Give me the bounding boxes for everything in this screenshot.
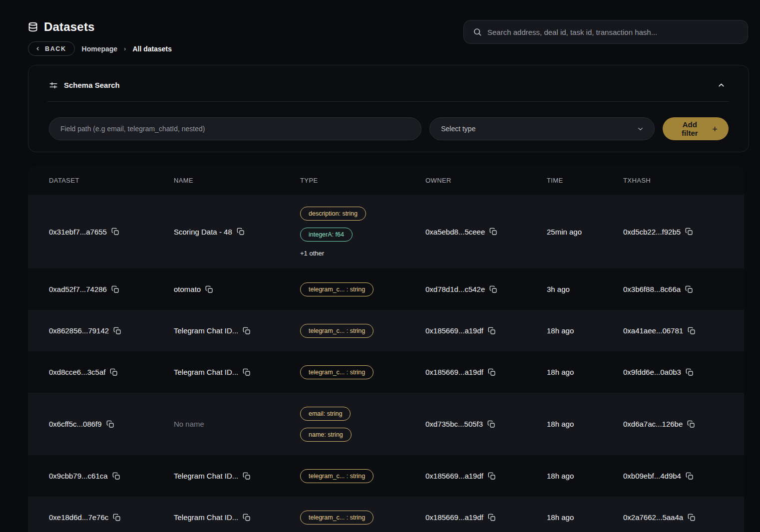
copy-icon[interactable] [243,368,251,376]
breadcrumb: Homepage › All datasets [82,45,172,53]
copy-icon[interactable] [111,228,119,236]
plus-icon: + [712,124,718,134]
copy-icon[interactable] [112,472,120,480]
time-ago: 18h ago [547,472,574,480]
search-input[interactable] [487,28,739,36]
copy-icon[interactable] [488,327,496,335]
tx-hash: 0xd5cb22...f92b5 [623,228,681,236]
time-ago: 18h ago [547,420,574,428]
copy-icon[interactable] [111,285,119,293]
page-title: Datasets [44,20,95,34]
time-ago: 18h ago [547,368,574,376]
dataset-id: 0x862856...79142 [49,326,109,335]
copy-icon[interactable] [106,420,114,428]
dataset-name: Telegram Chat ID... [174,326,238,335]
breadcrumb-separator-icon: › [124,45,126,52]
dataset-id: 0x31ebf7...a7655 [49,228,107,236]
schema-panel-header: Schema Search [28,65,749,91]
global-search[interactable] [463,20,748,44]
copy-icon[interactable] [685,285,693,293]
back-button[interactable]: BACK [28,41,75,56]
copy-icon[interactable] [110,368,118,376]
copy-icon[interactable] [688,327,696,335]
owner-address: 0xd735bc...505f3 [425,420,483,428]
tx-hash: 0xa41aee...06781 [623,326,683,335]
type-badge: description: string [300,207,366,221]
type-badge: telegram_c... : string [300,324,374,338]
dataset-id: 0xe18d6d...7e76c [49,513,108,522]
owner-address: 0x185669...a19df [425,472,483,480]
copy-icon[interactable] [686,472,694,480]
more-types-label: +1 other [300,250,324,257]
tx-hash: 0x3b6f88...8c66a [623,285,681,293]
table-header: DATASET NAME TYPE OWNER TIME TXHASH [28,166,744,195]
type-badge: telegram_c... : string [300,469,374,483]
copy-icon[interactable] [205,285,213,293]
type-badge: telegram_c... : string [300,365,374,379]
breadcrumb-homepage[interactable]: Homepage [82,45,118,53]
time-ago: 25min ago [547,228,582,236]
chevron-up-icon [717,81,726,89]
copy-icon[interactable] [243,472,251,480]
table-row[interactable]: 0x9cbb79...c61ca Telegram Chat ID... tel… [28,455,744,497]
dataset-id: 0xd8cce6...3c5af [49,368,105,376]
copy-icon[interactable] [687,420,695,428]
copy-icon[interactable] [688,514,696,522]
dataset-name: Telegram Chat ID... [174,368,238,376]
col-txhash: TXHASH [623,177,744,184]
copy-icon[interactable] [243,327,251,335]
chevron-down-icon [637,125,644,133]
back-label: BACK [45,45,66,52]
type-select-value: Select type [441,125,475,133]
owner-address: 0x185669...a19df [425,368,483,376]
table-row[interactable]: 0x862856...79142 Telegram Chat ID... tel… [28,310,744,351]
chevron-left-icon [35,46,40,51]
copy-icon[interactable] [489,228,497,236]
copy-icon[interactable] [488,368,496,376]
copy-icon[interactable] [113,514,121,522]
tx-hash: 0xb09ebf...4d9b4 [623,472,681,480]
time-ago: 18h ago [547,513,574,522]
owner-address: 0x185669...a19df [425,326,483,335]
dataset-name: Scoring Data - 48 [174,228,232,236]
type-badge: integerA: f64 [300,228,353,242]
copy-icon[interactable] [237,228,245,236]
table-row[interactable]: 0xe18d6d...7e76c Telegram Chat ID... tel… [28,497,744,532]
time-ago: 18h ago [547,326,574,335]
copy-icon[interactable] [487,420,495,428]
top-bar: Datasets BACK Homepage › All datasets [0,0,760,56]
dataset-name: Telegram Chat ID... [174,513,238,522]
type-select[interactable]: Select type [429,117,655,140]
table-row[interactable]: 0x6cff5c...086f9 No name email: string n… [28,393,744,455]
table-row[interactable]: 0x31ebf7...a7655 Scoring Data - 48 descr… [28,195,744,268]
table-row[interactable]: 0xd8cce6...3c5af Telegram Chat ID... tel… [28,351,744,393]
time-ago: 3h ago [547,285,570,293]
copy-icon[interactable] [489,285,497,293]
owner-address: 0x185669...a19df [425,513,483,522]
filters-row: Select type Add filter + [28,102,749,140]
collapse-panel-button[interactable] [715,79,728,91]
table-row[interactable]: 0xad52f7...74286 otomato telegram_c... :… [28,268,744,310]
title-block: Datasets BACK Homepage › All datasets [28,20,172,56]
owner-address: 0xa5ebd8...5ceee [425,228,485,236]
add-filter-label: Add filter [674,120,706,137]
copy-icon[interactable] [488,514,496,522]
schema-search-panel: Schema Search Select type Add filter + [28,65,749,152]
tx-hash: 0x9fdd6e...0a0b3 [623,368,681,376]
nav-row: BACK Homepage › All datasets [28,41,172,56]
copy-icon[interactable] [685,228,693,236]
copy-icon[interactable] [243,514,251,522]
dataset-name: otomato [174,285,201,293]
tx-hash: 0x2a7662...5aa4a [623,513,683,522]
add-filter-button[interactable]: Add filter + [663,117,729,140]
dataset-id: 0x9cbb79...c61ca [49,472,108,480]
copy-icon[interactable] [113,327,121,335]
type-badge: name: string [300,428,352,442]
col-time: TIME [547,177,623,184]
copy-icon[interactable] [686,368,694,376]
copy-icon[interactable] [488,472,496,480]
type-badge: telegram_c... : string [300,282,374,296]
col-dataset: DATASET [49,177,174,184]
dataset-id: 0x6cff5c...086f9 [49,420,102,428]
field-path-input[interactable] [49,117,421,140]
